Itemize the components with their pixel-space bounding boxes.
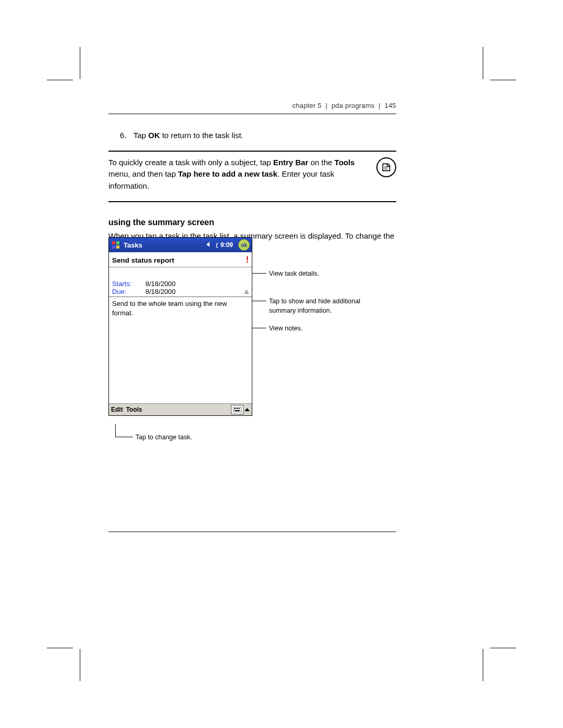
- page-number: 145: [385, 102, 396, 109]
- lead-line: [252, 273, 266, 274]
- expander-icon[interactable]: ⩓: [243, 289, 250, 295]
- app-title: Tasks: [124, 241, 203, 249]
- pda-screenshot: Tasks ⟮ 9:09 ok Send status report ! Sta…: [108, 237, 252, 416]
- titlebar: Tasks ⟮ 9:09 ok: [109, 238, 252, 252]
- callout-details: View task details.: [269, 269, 319, 279]
- section-label: pda programs: [332, 102, 375, 109]
- tip-box: To quickly create a task with only a sub…: [108, 157, 396, 192]
- lead-line: [252, 328, 266, 328]
- keyboard-icon[interactable]: [231, 405, 243, 414]
- tools-menu[interactable]: Tools: [126, 406, 142, 413]
- task-title: Send status report: [112, 256, 174, 264]
- starts-value: 8/18/2000: [145, 280, 176, 288]
- callout-expander: Tap to show and hide additional summary …: [269, 297, 373, 315]
- start-icon[interactable]: [111, 240, 120, 250]
- step-text-bold: OK: [148, 131, 160, 140]
- step-text-b: to return to the task list.: [160, 131, 243, 140]
- lead-line: [252, 301, 266, 301]
- running-head: chapter 5 | pda programs | 145: [108, 102, 396, 114]
- section-title: using the summary screen: [108, 218, 396, 227]
- signal-icon: ⟮: [215, 241, 218, 249]
- step-text-a: Tap: [133, 131, 148, 140]
- step-6: 6. Tap OK to return to the task list.: [120, 130, 396, 141]
- divider-bottom: [108, 201, 396, 202]
- svg-rect-8: [239, 408, 240, 409]
- svg-rect-1: [116, 241, 119, 244]
- separator: |: [326, 102, 328, 109]
- starts-label: Starts:: [112, 280, 140, 288]
- callout-edit: Tap to change task.: [136, 433, 192, 442]
- svg-rect-5: [234, 408, 235, 409]
- separator: |: [378, 102, 381, 109]
- lead-line: [115, 424, 116, 437]
- tip-text: To quickly create a task with only a sub…: [108, 157, 371, 192]
- ok-button[interactable]: ok: [238, 239, 250, 251]
- divider-top: [108, 151, 396, 152]
- svg-rect-6: [236, 408, 237, 409]
- svg-rect-2: [112, 245, 115, 249]
- footer-rule: [108, 532, 396, 532]
- task-details: Starts: 8/18/2000 Due: 8/18/2000 ⩓: [109, 267, 252, 297]
- due-value: 8/18/2000: [145, 288, 176, 295]
- svg-rect-7: [237, 408, 238, 409]
- due-label: Due:: [112, 288, 140, 295]
- menubar: Edit Tools: [109, 403, 252, 415]
- svg-rect-4: [233, 407, 241, 412]
- sip-up-icon[interactable]: [244, 408, 250, 411]
- chapter-label: chapter 5: [292, 102, 322, 109]
- clock: 9:09: [221, 241, 233, 249]
- speaker-icon[interactable]: [206, 241, 213, 249]
- edit-menu[interactable]: Edit: [111, 406, 123, 413]
- lead-line: [115, 437, 133, 437]
- priority-icon: !: [246, 255, 249, 265]
- tray: ⟮ 9:09: [206, 241, 233, 249]
- svg-rect-3: [116, 245, 119, 249]
- note-icon: [376, 157, 396, 177]
- step-number: 6.: [120, 130, 131, 141]
- notes-area[interactable]: Send to the whole team using the new for…: [109, 297, 252, 403]
- svg-rect-0: [112, 241, 115, 244]
- task-title-row[interactable]: Send status report !: [109, 252, 252, 267]
- callout-notes: View notes.: [269, 324, 302, 334]
- svg-rect-9: [235, 410, 240, 411]
